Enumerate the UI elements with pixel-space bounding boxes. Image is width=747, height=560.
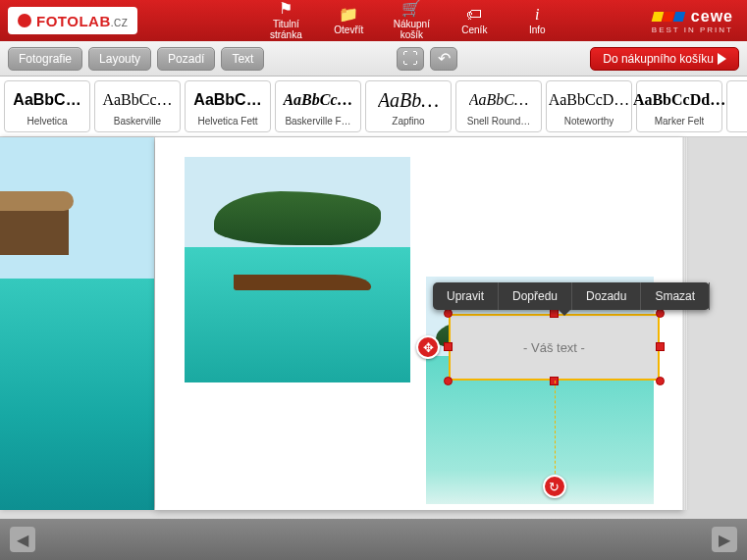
nav-label: Nákupní košík bbox=[383, 19, 440, 40]
photo-thumbnail[interactable] bbox=[0, 137, 154, 510]
undo-icon: ↶ bbox=[438, 49, 451, 68]
font-label: Helvetica bbox=[27, 116, 67, 128]
next-page-button[interactable]: ▶ bbox=[712, 527, 737, 552]
font-label: Noteworthy bbox=[564, 116, 614, 128]
font-sample: AaBbC… bbox=[469, 84, 528, 116]
ctx-bring-forward[interactable]: Dopředu bbox=[499, 282, 572, 310]
font-sample: AaBb… bbox=[378, 84, 439, 116]
font-option[interactable]: AaBbChalkb bbox=[726, 80, 747, 132]
font-option[interactable]: AaBbC…Helvetica bbox=[4, 80, 90, 132]
tab-background[interactable]: Pozadí bbox=[157, 47, 215, 71]
font-label: Helvetica Fett bbox=[197, 116, 257, 128]
tab-text[interactable]: Text bbox=[221, 47, 264, 71]
rotate-icon: ↻ bbox=[549, 480, 560, 494]
folder-icon: 📁 bbox=[339, 7, 358, 23]
resize-handle[interactable] bbox=[656, 309, 665, 318]
bottombar: ◀ ▶ bbox=[0, 519, 747, 560]
tab-layouts[interactable]: Layouty bbox=[88, 47, 151, 71]
move-icon: ✥ bbox=[423, 340, 434, 355]
font-label: Baskerville bbox=[114, 116, 161, 128]
subbar: Fotografie Layouty Pozadí Text ⛶ ↶ Do ná… bbox=[0, 41, 747, 76]
font-option[interactable]: AaBbC…Snell Round… bbox=[455, 80, 542, 132]
font-sample: AaBbC… bbox=[193, 84, 261, 116]
logo-dot-icon bbox=[18, 14, 31, 27]
resize-handle[interactable] bbox=[656, 377, 665, 385]
page-edge bbox=[682, 137, 688, 510]
font-sample: AaBbC… bbox=[13, 84, 80, 116]
context-menu: Upravit Dopředu Dozadu Smazat bbox=[433, 282, 710, 310]
ctx-send-backward[interactable]: Dozadu bbox=[572, 282, 641, 310]
font-option[interactable]: AaBb…Zapfino bbox=[365, 80, 452, 132]
fullscreen-button[interactable]: ⛶ bbox=[397, 47, 424, 71]
textbox-selection[interactable]: - Váš text - ✥ ↻ bbox=[449, 314, 660, 381]
font-label: Snell Round… bbox=[467, 116, 530, 128]
resize-handle[interactable] bbox=[444, 309, 453, 318]
add-to-cart-button[interactable]: Do nákupního košíku bbox=[590, 47, 739, 71]
cart-icon: 🛒 bbox=[401, 1, 421, 17]
nav-cart[interactable]: 🛒 Nákupní košík bbox=[383, 2, 440, 39]
undo-button[interactable]: ↶ bbox=[430, 47, 457, 71]
tag-icon: 🏷 bbox=[466, 7, 482, 23]
resize-handle[interactable] bbox=[444, 342, 453, 351]
chevron-right-icon: ▶ bbox=[719, 531, 730, 549]
font-label: Zapfino bbox=[392, 116, 424, 128]
partner-brand: cewe BEST IN PRINT bbox=[652, 8, 739, 34]
chevron-right-icon bbox=[718, 53, 726, 65]
font-sample: AaBbCc… bbox=[283, 84, 352, 116]
canvas-area: Upravit Dopředu Dozadu Smazat - Váš text… bbox=[0, 137, 747, 560]
resize-handle[interactable] bbox=[656, 342, 665, 351]
resize-handle[interactable] bbox=[444, 377, 453, 385]
font-picker[interactable]: AaBbC…HelveticaAaBbCc…BaskervilleAaBbC…H… bbox=[0, 76, 747, 137]
rotate-guide bbox=[555, 381, 556, 479]
nav-open[interactable]: 📁 Otevřít bbox=[320, 2, 377, 39]
fullscreen-icon: ⛶ bbox=[402, 50, 418, 68]
nav-label: Otevřít bbox=[334, 25, 363, 35]
logo[interactable]: FOTOLAB.CZ bbox=[8, 7, 137, 34]
ctx-edit[interactable]: Upravit bbox=[433, 282, 499, 310]
font-label: Marker Felt bbox=[655, 116, 705, 128]
flag-icon: ⚑ bbox=[279, 1, 293, 17]
font-label: Baskerville F… bbox=[285, 116, 350, 128]
page-left[interactable] bbox=[0, 137, 154, 510]
resize-handle[interactable] bbox=[550, 309, 559, 318]
prev-page-button[interactable]: ◀ bbox=[10, 527, 35, 552]
nav-label: Ceník bbox=[461, 25, 487, 35]
font-option[interactable]: AaBbCcD…Noteworthy bbox=[546, 80, 632, 132]
font-option[interactable]: AaBbCc…Baskerville F… bbox=[275, 80, 361, 132]
nav-label: Info bbox=[529, 25, 546, 35]
font-sample: AaBbCc… bbox=[102, 84, 172, 116]
nav-price[interactable]: 🏷 Ceník bbox=[446, 2, 503, 39]
photo-thumbnail[interactable] bbox=[426, 277, 654, 504]
info-icon: i bbox=[535, 7, 539, 23]
ctx-delete[interactable]: Smazat bbox=[641, 282, 710, 310]
photo-thumbnail[interactable] bbox=[185, 157, 410, 382]
textbox[interactable]: - Váš text - bbox=[449, 314, 660, 381]
chevron-left-icon: ◀ bbox=[17, 531, 28, 549]
menu-pointer-icon bbox=[559, 310, 570, 316]
font-option[interactable]: AaBbC…Helvetica Fett bbox=[185, 80, 271, 132]
cewe-logo-icon bbox=[673, 12, 686, 22]
font-sample: AaBbCcDd… bbox=[633, 84, 725, 116]
move-handle[interactable]: ✥ bbox=[416, 335, 440, 359]
topbar: FOTOLAB.CZ ⚑ Titulní stránka 📁 Otevřít 🛒… bbox=[0, 0, 747, 41]
tab-photos[interactable]: Fotografie bbox=[8, 47, 82, 71]
rotate-handle[interactable]: ↻ bbox=[543, 475, 566, 498]
font-option[interactable]: AaBbCc…Baskerville bbox=[94, 80, 181, 132]
logo-text: FOTOLAB.CZ bbox=[36, 13, 128, 29]
nav-info[interactable]: i Info bbox=[508, 2, 565, 39]
nav-label: Titulní stránka bbox=[257, 19, 314, 40]
font-option[interactable]: AaBbCcDd…Marker Felt bbox=[636, 80, 722, 132]
textbox-placeholder: - Váš text - bbox=[523, 340, 585, 355]
font-sample: AaBbCcD… bbox=[549, 84, 630, 116]
nav-home[interactable]: ⚑ Titulní stránka bbox=[257, 2, 314, 39]
